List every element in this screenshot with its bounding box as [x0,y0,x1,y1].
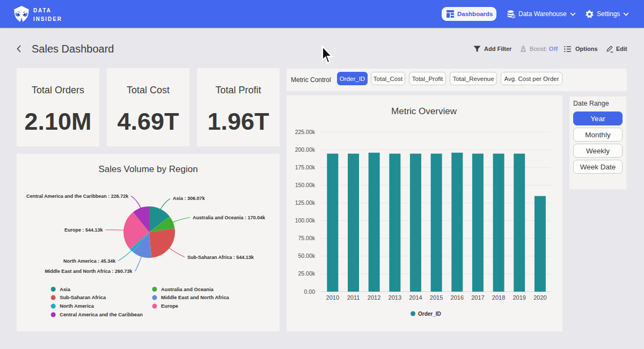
svg-text:2010: 2010 [326,294,339,301]
svg-text:2012: 2012 [368,294,380,301]
svg-text:Sub-Saharan Africa : 544.13k: Sub-Saharan Africa : 544.13k [187,255,254,260]
svg-text:Metric Overview: Metric Overview [391,106,457,116]
svg-text:Europe: Europe [161,303,178,309]
svg-text:50.00k: 50.00k [298,253,315,259]
svg-text:Sales Volume by Region: Sales Volume by Region [98,164,197,174]
svg-text:Australia and Oceania: Australia and Oceania [161,287,214,292]
svg-text:Middle East and North Africa :: Middle East and North Africa : 260.73k [45,269,133,274]
svg-text:2019: 2019 [513,294,525,301]
svg-text:100.00k: 100.00k [295,217,316,224]
svg-text:Asia: Asia [60,287,70,292]
svg-text:2017: 2017 [471,294,484,301]
svg-text:Asia : 306.07k: Asia : 306.07k [173,196,206,201]
svg-text:2020: 2020 [533,294,546,301]
svg-text:Europe : 544.13k: Europe : 544.13k [64,227,104,233]
svg-text:2013: 2013 [389,294,401,301]
svg-text:2016: 2016 [451,294,464,301]
svg-text:Central America and the Caribb: Central America and the Caribbean [60,312,143,317]
svg-text:2015: 2015 [430,294,443,301]
svg-text:2011: 2011 [347,294,360,301]
svg-text:75.00k: 75.00k [298,235,315,241]
svg-text:150.00k: 150.00k [295,182,316,188]
svg-text:Order_ID: Order_ID [418,311,441,317]
svg-text:225.00k: 225.00k [295,129,316,135]
svg-text:North America : 45.34k: North America : 45.34k [63,258,116,264]
svg-text:25.00k: 25.00k [298,270,315,277]
svg-text:175.00k: 175.00k [295,164,316,170]
svg-text:125.00k: 125.00k [295,199,316,206]
svg-text:0.00: 0.00 [304,288,316,295]
svg-text:200.00k: 200.00k [295,146,316,153]
svg-text:Sub-Saharan Africa: Sub-Saharan Africa [60,295,106,300]
svg-text:Australia and Oceania : 170.04: Australia and Oceania : 170.04k [193,215,266,220]
svg-text:Central America and the Caribb: Central America and the Caribbean : 226.… [26,194,129,199]
svg-text:North America: North America [60,303,94,309]
svg-text:2018: 2018 [492,294,505,301]
svg-text:2014: 2014 [409,294,422,301]
svg-text:Middle East and North Africa: Middle East and North Africa [161,295,230,300]
